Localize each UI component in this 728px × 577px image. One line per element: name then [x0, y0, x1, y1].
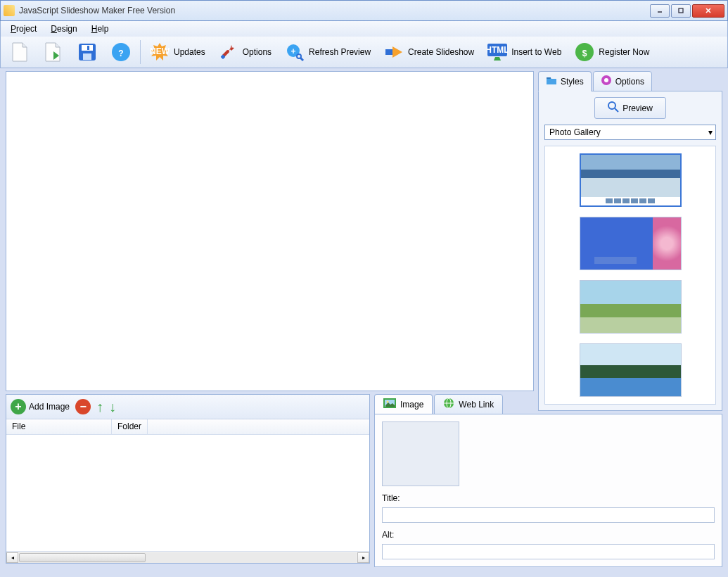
maximize-button[interactable] [671, 4, 691, 18]
preview-button[interactable]: Preview [594, 97, 666, 119]
image-icon [383, 398, 396, 410]
updates-label: Updates [174, 47, 205, 57]
svg-text:HTML: HTML [487, 45, 508, 55]
window-title: JavaScript Slideshow Maker Free Version [19, 6, 650, 15]
tab-image-label: Image [400, 400, 423, 410]
image-properties: Title: Alt: [374, 414, 722, 567]
gear-icon [601, 75, 612, 88]
move-down-button[interactable]: ↓ [109, 399, 116, 415]
insert-button[interactable]: HTML Insert to Web [483, 39, 566, 65]
scroll-right-button[interactable]: ▸ [357, 552, 369, 563]
title-label: Title: [382, 493, 715, 503]
image-preview-box [382, 421, 459, 486]
style-dropdown[interactable]: Photo Gallery ▾ [544, 125, 716, 140]
chevron-down-icon: ▾ [708, 127, 713, 137]
horizontal-scrollbar[interactable]: ◂ ▸ [6, 551, 369, 563]
refresh-label: Refresh Preview [309, 47, 371, 57]
refresh-button[interactable]: + Refresh Preview [280, 39, 375, 65]
alt-label: Alt: [382, 530, 715, 540]
svg-rect-7 [87, 46, 89, 50]
tab-styles-label: Styles [561, 77, 584, 87]
content-area: Styles Options Preview Photo Gallery ▾ [0, 68, 728, 391]
image-list-panel: + Add Image − ↑ ↓ File Folder ◂ ▸ [6, 394, 370, 564]
tab-options-label: Options [615, 77, 644, 87]
scroll-thumb[interactable] [19, 553, 146, 562]
new-file-icon [9, 42, 30, 63]
refresh-icon: + [284, 42, 305, 63]
preview-button-label: Preview [622, 103, 653, 113]
save-icon [77, 42, 98, 63]
scroll-track[interactable] [19, 552, 357, 563]
svg-rect-22 [547, 77, 551, 79]
app-icon [4, 5, 15, 16]
style-thumbnail[interactable] [580, 217, 682, 270]
svg-text:NEW: NEW [150, 46, 170, 56]
wrench-icon [218, 42, 239, 63]
menu-help[interactable]: Help [86, 23, 115, 35]
menubar: Project Design Help [0, 21, 728, 37]
tab-options[interactable]: Options [593, 71, 652, 91]
remove-image-button[interactable]: − [75, 399, 91, 414]
create-button[interactable]: Create Slideshow [379, 39, 478, 65]
col-folder[interactable]: Folder [112, 419, 148, 434]
menu-help-label: elp [97, 24, 108, 34]
new-button[interactable] [5, 39, 34, 65]
svg-line-16 [300, 58, 303, 61]
right-panel: Styles Options Preview Photo Gallery ▾ [538, 71, 722, 391]
close-button[interactable] [692, 4, 724, 18]
menu-design-label: esign [57, 24, 77, 34]
create-label: Create Slideshow [408, 47, 474, 57]
options-label: Options [243, 47, 272, 57]
style-thumbnail[interactable] [580, 153, 682, 207]
menu-project-label: roject [16, 24, 37, 34]
folder-icon [546, 75, 557, 87]
register-button[interactable]: $ Register Now [570, 39, 653, 65]
style-thumbnail[interactable] [580, 280, 682, 334]
svg-text:$: $ [582, 49, 587, 58]
alt-input[interactable] [382, 544, 715, 559]
insert-label: Insert to Web [511, 47, 561, 57]
titlebar: JavaScript Slideshow Maker Free Version [0, 0, 728, 21]
updates-button[interactable]: NEW Updates [145, 39, 210, 65]
col-file[interactable]: File [6, 419, 112, 434]
svg-rect-17 [385, 49, 392, 55]
tab-styles[interactable]: Styles [538, 71, 592, 91]
image-list[interactable] [6, 435, 369, 551]
bottom-tab-row: Image Web Link [374, 394, 722, 414]
properties-panel: Image Web Link Title: Alt: [374, 394, 722, 564]
separator [140, 40, 141, 64]
open-file-icon [43, 42, 64, 63]
svg-point-24 [604, 78, 608, 82]
menu-project[interactable]: Project [5, 23, 42, 35]
add-image-label: Add Image [29, 402, 70, 412]
svg-rect-1 [679, 8, 683, 13]
save-button[interactable] [72, 39, 102, 65]
plus-icon: + [11, 399, 26, 414]
styles-panel: Preview Photo Gallery ▾ [538, 91, 722, 411]
style-thumbnail[interactable] [580, 343, 682, 397]
add-image-button[interactable]: + Add Image [11, 399, 70, 414]
preview-pane [6, 71, 534, 391]
bottom-area: + Add Image − ↑ ↓ File Folder ◂ ▸ Image [0, 391, 728, 569]
open-button[interactable] [39, 39, 68, 65]
tab-image[interactable]: Image [374, 394, 433, 414]
move-up-button[interactable]: ↑ [96, 399, 103, 415]
scroll-left-button[interactable]: ◂ [6, 552, 18, 563]
menu-design[interactable]: Design [45, 23, 82, 35]
help-icon: ? [110, 42, 132, 63]
minimize-button[interactable] [650, 4, 670, 18]
title-input[interactable] [382, 507, 715, 523]
arrow-right-icon [383, 42, 404, 63]
svg-line-26 [615, 108, 618, 112]
help-button[interactable]: ? [106, 39, 136, 65]
register-label: Register Now [599, 47, 649, 57]
style-thumbnail-list[interactable] [544, 146, 716, 405]
magnifier-icon [608, 101, 619, 115]
svg-text:+: + [291, 46, 296, 56]
toolbar: ? NEW Updates Options + Refresh Preview … [0, 37, 728, 68]
tab-weblink[interactable]: Web Link [434, 394, 503, 414]
globe-icon [443, 398, 454, 411]
image-list-toolbar: + Add Image − ↑ ↓ [6, 395, 369, 419]
svg-point-25 [608, 102, 615, 109]
options-button[interactable]: Options [214, 39, 276, 65]
